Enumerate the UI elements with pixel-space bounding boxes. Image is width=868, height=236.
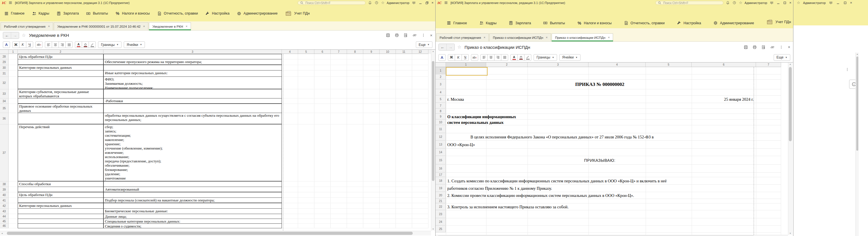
cell[interactable]: Специальные категории персональных данны… <box>103 219 282 224</box>
cell[interactable] <box>8 98 18 104</box>
cell[interactable] <box>18 113 103 125</box>
hamburger-menu-icon[interactable] <box>8 1 12 5</box>
cell[interactable] <box>8 181 18 187</box>
corner-cell[interactable] <box>0 49 8 54</box>
notifications-bell-icon[interactable] <box>726 1 730 5</box>
row-header[interactable]: 38 <box>0 181 8 187</box>
menu-item-taxes[interactable]: %Налоги и взносы <box>577 21 612 25</box>
row-header[interactable]: 21 <box>436 199 446 203</box>
cell[interactable] <box>446 210 781 218</box>
row-header[interactable]: 18 <box>436 177 446 184</box>
row-header[interactable]: 10 <box>436 120 446 125</box>
bold-button[interactable]: Ж <box>12 41 20 48</box>
cell[interactable]: работников согласно Приложению № 1 к дан… <box>446 184 781 192</box>
menu-item-pdn-accounting[interactable]: Учет ПДн <box>285 10 310 17</box>
column-header[interactable]: 2 <box>18 49 103 54</box>
cell[interactable] <box>8 209 18 214</box>
cell[interactable] <box>103 54 282 59</box>
column-header[interactable]: 7 <box>331 49 347 54</box>
column-header[interactable]: 1 <box>8 49 18 54</box>
font-color-button[interactable]: А <box>510 54 518 61</box>
row-header[interactable]: 41 <box>0 198 8 203</box>
row-header[interactable]: 8 <box>436 109 446 113</box>
cell[interactable] <box>18 70 103 77</box>
cell[interactable] <box>446 109 781 113</box>
cell[interactable]: Категории персональных данных <box>18 65 103 70</box>
close-icon[interactable]: × <box>850 1 852 5</box>
favorite-star-icon[interactable]: ☆ <box>22 33 26 38</box>
cell[interactable] <box>103 104 282 113</box>
more-button[interactable]: Еще▼ <box>774 54 790 61</box>
cells-dropdown[interactable]: Ячейки▼ <box>124 41 145 48</box>
cell[interactable]: систем персональных данных <box>446 120 781 125</box>
tab-close-icon[interactable]: × <box>185 25 187 28</box>
more-dots-icon[interactable] <box>421 33 426 38</box>
row-header[interactable]: 12 <box>436 133 446 140</box>
row-header[interactable]: 44 <box>0 214 8 219</box>
cell[interactable] <box>8 198 18 203</box>
row-header[interactable]: 31 <box>0 70 8 77</box>
cell[interactable]: ПРИКАЗЫВАЮ: <box>446 156 781 164</box>
column-header[interactable]: 2 <box>486 63 528 67</box>
italic-button[interactable]: К <box>19 41 26 48</box>
align-left-button[interactable] <box>480 54 488 61</box>
vertical-scrollbar[interactable]: ▲ ▼ <box>431 49 435 231</box>
cell[interactable]: О классификации информационных <box>446 114 781 119</box>
row-header[interactable]: 32 <box>0 77 8 89</box>
row-header[interactable]: 15 <box>436 156 446 164</box>
tab-close-icon[interactable]: × <box>608 36 610 39</box>
cell[interactable] <box>8 54 18 59</box>
italic-button[interactable]: К <box>455 54 462 61</box>
menu-item-pdn-accounting[interactable]: Учет ПДн <box>766 19 791 25</box>
column-header[interactable]: 3 <box>528 63 588 67</box>
preview-icon[interactable] <box>404 33 408 38</box>
row-header[interactable]: 25 <box>436 226 446 232</box>
menu-item-salary[interactable]: Зарплата <box>56 11 79 16</box>
cell[interactable]: Способы обработки <box>18 181 103 187</box>
row-header[interactable]: 13 <box>436 141 446 148</box>
column-header[interactable]: 1 <box>446 63 486 67</box>
cell[interactable]: В целях исполнения Федерального Закона «… <box>446 133 781 140</box>
service-settings-icon[interactable] <box>769 1 774 5</box>
close-icon[interactable]: × <box>789 1 792 5</box>
tab-2-active[interactable]: Приказ о классификации ИСПДн× <box>552 33 613 41</box>
menu-item-personnel[interactable]: Кадры <box>32 11 49 16</box>
row-header[interactable]: 14 <box>436 149 446 156</box>
cell[interactable] <box>8 219 18 224</box>
row-header[interactable]: 37 <box>0 125 8 181</box>
row-header[interactable]: 16 <box>436 165 446 172</box>
tab-1[interactable]: Уведомление в РНК 000000001 от 15.07.202… <box>54 22 148 30</box>
row-header[interactable]: 33 <box>0 89 8 98</box>
column-header[interactable]: 4 <box>282 49 298 54</box>
column-header[interactable]: 6 <box>692 63 756 67</box>
borders-dropdown[interactable]: Границы▼ <box>534 54 557 61</box>
column-header[interactable]: 5 <box>298 49 314 54</box>
cell[interactable] <box>446 199 781 203</box>
cell[interactable]: -Работники <box>103 98 282 104</box>
cell[interactable]: Цель обработки ПДн <box>18 54 103 59</box>
cell[interactable]: сбор; запись; систематизация; накопление… <box>103 125 282 181</box>
menu-item-salary[interactable]: Зарплата <box>508 21 531 25</box>
column-header[interactable]: 12 <box>412 49 428 54</box>
row-header[interactable]: 46 <box>0 224 8 228</box>
row-header[interactable]: 34 <box>0 98 8 104</box>
column-header[interactable]: 11 <box>396 49 412 54</box>
cell[interactable]: Иные категории персональных данных: <box>103 70 282 77</box>
align-center-button[interactable] <box>487 54 494 61</box>
font-button[interactable]: А <box>438 54 445 61</box>
row-header[interactable]: 42 <box>0 203 8 209</box>
link-icon[interactable] <box>770 45 775 49</box>
favorites-star-icon[interactable]: ☆ <box>797 1 800 5</box>
cell[interactable]: ООО «Крон-Ц» <box>446 141 781 148</box>
vertical-scrollbar[interactable]: ▲ ▼ <box>788 63 792 235</box>
user-label[interactable]: Администратор <box>803 1 826 5</box>
underline-button[interactable]: Ч <box>26 41 33 48</box>
align-justify-button[interactable] <box>501 54 508 61</box>
vertical-scroll-thumb[interactable] <box>856 57 858 151</box>
horizontal-scrollbar[interactable]: ◄ <box>0 231 431 235</box>
cell[interactable]: ПРИКАЗ № 000000002 <box>446 79 781 89</box>
cell[interactable] <box>8 224 18 228</box>
tab-2-active[interactable]: Уведомление в РКН× <box>149 22 191 30</box>
cell[interactable] <box>8 65 18 70</box>
cell[interactable] <box>8 70 18 77</box>
